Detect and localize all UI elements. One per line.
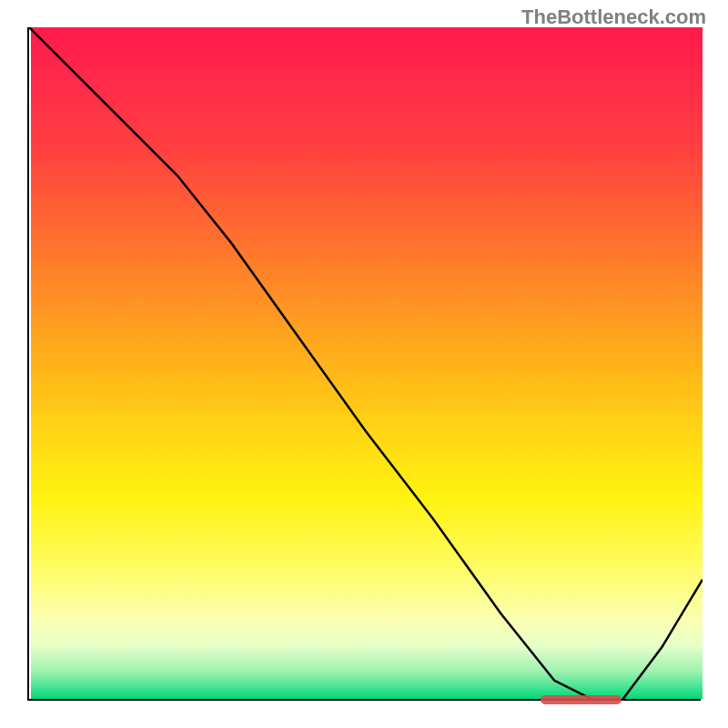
chart-svg: [29, 27, 703, 701]
chart-container: [27, 27, 701, 701]
bottleneck-curve-path: [29, 27, 703, 701]
plot-area: [27, 27, 701, 701]
watermark-text: TheBottleneck.com: [521, 5, 706, 29]
optimum-marker: [541, 695, 622, 704]
